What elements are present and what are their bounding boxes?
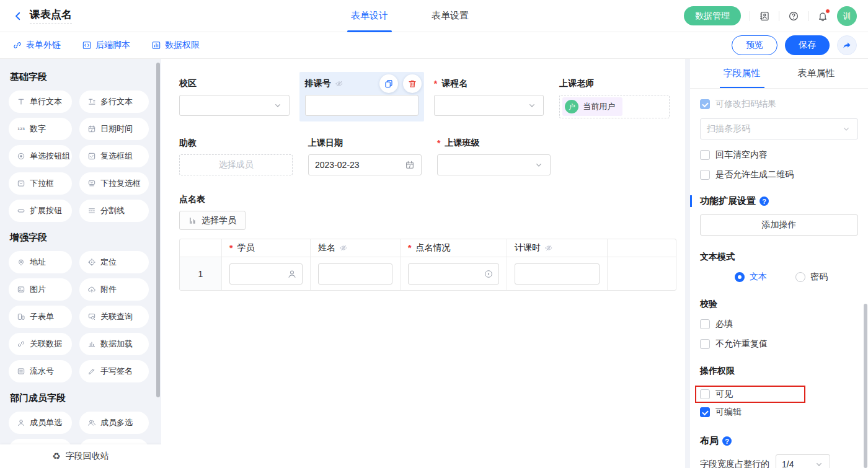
- field-type-serial-number[interactable]: 流水号: [9, 360, 72, 382]
- field-type-location[interactable]: 定位: [79, 251, 149, 273]
- help-question-icon[interactable]: [760, 196, 769, 206]
- backend-script-button[interactable]: 后端脚本: [82, 40, 130, 51]
- radio-text-mode-text[interactable]: 文本: [735, 272, 767, 283]
- name-input[interactable]: [318, 263, 392, 285]
- chevron-down-icon: [841, 124, 851, 134]
- current-user-tag[interactable]: 户 当前用户: [562, 97, 622, 116]
- data-manage-button[interactable]: 数据管理: [684, 6, 741, 25]
- class-group-select[interactable]: [437, 154, 551, 175]
- teacher-value-box[interactable]: 户 当前用户: [559, 95, 670, 118]
- checkbox-required[interactable]: 必填: [700, 319, 858, 330]
- field-type-divider[interactable]: 分割线: [79, 200, 149, 222]
- back-button[interactable]: [12, 11, 24, 22]
- add-action-button[interactable]: 添加操作: [700, 214, 858, 236]
- field-type-member-multi[interactable]: 成员多选: [79, 412, 149, 434]
- checkbox-editable[interactable]: 可编辑: [700, 407, 858, 418]
- subform-roll-call[interactable]: 点名表 选择学员 *学员 姓名 *点名情况 计课时 1: [179, 194, 685, 291]
- script-icon: [82, 40, 92, 50]
- field-class-group[interactable]: *上课班级: [437, 137, 551, 175]
- pill-label: 单行文本: [30, 96, 62, 107]
- field-type-image[interactable]: 图片: [9, 278, 72, 301]
- field-type-relation-query[interactable]: 关联查询: [79, 306, 149, 328]
- field-type-select[interactable]: 下拉框: [9, 172, 72, 195]
- tab-form-design[interactable]: 表单设计: [347, 0, 392, 32]
- pick-students-button[interactable]: 选择学员: [179, 211, 246, 230]
- field-width-select[interactable]: 1/4: [776, 454, 830, 468]
- notification-bell-icon[interactable]: [817, 11, 828, 22]
- column-roll-status[interactable]: *点名情况: [401, 239, 507, 257]
- column-class-hours[interactable]: 计课时: [507, 239, 608, 257]
- tab-field-properties-label: 字段属性: [724, 68, 761, 79]
- field-course-name[interactable]: *课程名: [434, 77, 544, 118]
- data-permission-button[interactable]: 数据权限: [151, 40, 200, 51]
- field-type-multi-line-text[interactable]: 多行文本: [79, 91, 149, 113]
- class-hours-input[interactable]: [515, 263, 600, 285]
- field-recycle-bin-button[interactable]: 字段回收站: [0, 444, 161, 468]
- panel-scrollbar[interactable]: [864, 304, 867, 468]
- field-type-number[interactable]: 数字: [9, 118, 72, 140]
- field-type-attachment[interactable]: 附件: [79, 278, 149, 301]
- column-name[interactable]: 姓名: [311, 239, 401, 257]
- page-title[interactable]: 课表点名: [30, 7, 72, 24]
- serial-number-icon: [17, 367, 25, 376]
- scan-type-select[interactable]: 扫描条形码: [700, 118, 858, 139]
- user-avatar[interactable]: 训: [837, 6, 857, 26]
- subform-table: *学员 姓名 *点名情况 计课时 1: [179, 239, 676, 291]
- field-type-address[interactable]: 地址: [9, 251, 72, 273]
- checkbox-modify-scan-result[interactable]: 可修改扫码结果: [700, 99, 858, 110]
- roll-status-input[interactable]: [408, 263, 499, 285]
- checkbox-enter-clear[interactable]: 回车清空内容: [700, 149, 858, 161]
- copy-field-button[interactable]: [379, 74, 398, 93]
- field-type-checkbox-group[interactable]: 复选框组: [79, 145, 149, 167]
- form-external-link-button[interactable]: 表单外链: [12, 40, 61, 51]
- field-campus[interactable]: 校区: [179, 77, 290, 118]
- checkbox-no-duplicate[interactable]: 不允许重复值: [700, 338, 858, 350]
- help-question-icon[interactable]: [722, 436, 732, 446]
- locate-target-icon: [87, 258, 96, 267]
- field-type-radio-group[interactable]: 单选按钮组: [9, 145, 72, 167]
- text-mode-title: 文本模式: [700, 252, 858, 263]
- field-schedule-no-selected[interactable]: 排课号: [299, 72, 424, 121]
- required-label: 必填: [715, 319, 733, 330]
- field-type-subform[interactable]: 子表单: [9, 306, 72, 328]
- radio-text-mode-password[interactable]: 密码: [795, 272, 828, 283]
- column-roll-status-label: 点名情况: [415, 242, 450, 254]
- field-type-member-single[interactable]: 成员单选: [9, 412, 72, 434]
- preview-button[interactable]: 预览: [732, 35, 777, 55]
- field-class-date[interactable]: 上课日期 2023-02-23: [308, 137, 422, 175]
- schedule-no-input[interactable]: [305, 95, 418, 116]
- field-assistant[interactable]: 助教 选择成员: [179, 137, 293, 175]
- field-type-data-load[interactable]: 数据加载: [79, 333, 149, 355]
- student-input[interactable]: [229, 263, 303, 285]
- field-type-relation-data[interactable]: 关联数据: [9, 333, 72, 355]
- help-icon[interactable]: [788, 11, 799, 22]
- field-type-multi-select[interactable]: 下拉复选框: [79, 172, 149, 195]
- sidebar-scrollbar[interactable]: [156, 63, 160, 397]
- checkbox-allow-qrcode[interactable]: 是否允许生成二维码: [700, 169, 858, 180]
- save-button[interactable]: 保存: [785, 35, 830, 55]
- field-library-sidebar: 基础字段 单行文本 多行文本 数字 日期时间 单选按钮组 复选框组 下拉框 下拉…: [0, 59, 161, 468]
- tab-field-properties[interactable]: 字段属性: [724, 59, 761, 88]
- field-teacher[interactable]: 上课老师 户 当前用户: [559, 77, 670, 118]
- course-name-select[interactable]: [434, 95, 544, 116]
- field-type-extend-button[interactable]: 扩展按钮: [9, 200, 72, 222]
- pill-label: 复选框组: [100, 151, 133, 162]
- tab-form-settings[interactable]: 表单设置: [428, 0, 472, 32]
- field-type-signature[interactable]: 手写签名: [79, 360, 149, 382]
- radio-group-icon: [17, 152, 25, 161]
- share-button[interactable]: [837, 35, 857, 55]
- assistant-picker[interactable]: 选择成员: [179, 154, 293, 175]
- class-date-input[interactable]: 2023-02-23: [308, 154, 422, 175]
- pill-label: 流水号: [30, 366, 54, 377]
- tab-form-properties[interactable]: 表单属性: [798, 59, 835, 88]
- contacts-book-icon[interactable]: [759, 11, 770, 22]
- delete-field-button[interactable]: [403, 74, 422, 93]
- checkbox-visible[interactable]: 可见: [700, 389, 799, 400]
- column-student[interactable]: *学员: [222, 239, 311, 257]
- chevron-down-icon: [527, 100, 537, 110]
- number-123-icon: [17, 125, 25, 133]
- campus-select[interactable]: [179, 95, 290, 116]
- form-toolbar: 表单外链 后端脚本 数据权限 预览 保存: [0, 32, 868, 59]
- field-type-single-line-text[interactable]: 单行文本: [9, 91, 72, 113]
- field-type-datetime[interactable]: 日期时间: [79, 118, 149, 140]
